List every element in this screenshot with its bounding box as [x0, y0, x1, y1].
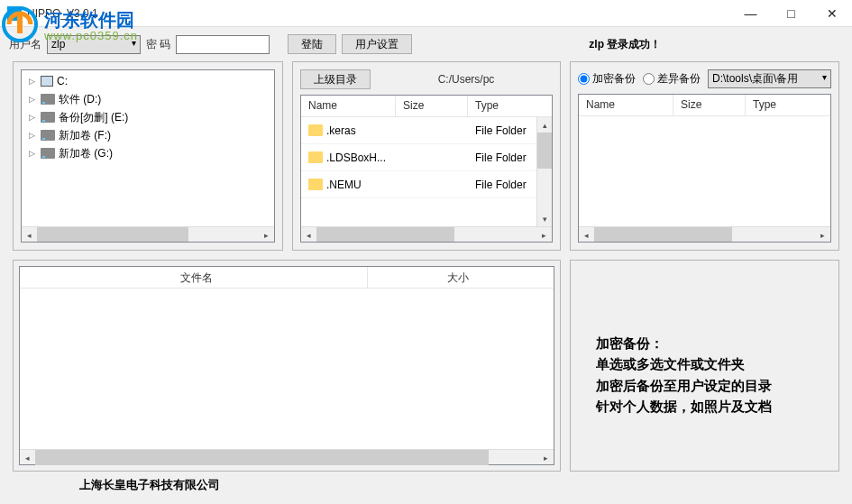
expand-icon[interactable]: ▷: [27, 113, 37, 123]
dest-path-value: D:\tools\桌面\备用: [712, 71, 798, 87]
current-path: C:/Users/pc: [380, 73, 553, 86]
expand-icon[interactable]: ▷: [27, 77, 37, 87]
col-filename[interactable]: 文件名: [25, 267, 368, 288]
scroll-right-icon[interactable]: ▸: [536, 227, 552, 243]
scroll-down-icon[interactable]: ▾: [537, 211, 552, 226]
list-item[interactable]: .keras File Folder: [301, 117, 552, 144]
scroll-left-icon[interactable]: ◂: [22, 227, 37, 243]
scroll-thumb[interactable]: [594, 227, 732, 243]
minimize-button[interactable]: —: [730, 0, 771, 26]
col-size[interactable]: Size: [396, 96, 468, 116]
scroll-thumb[interactable]: [35, 450, 489, 465]
scroll-right-icon[interactable]: ▸: [815, 227, 830, 243]
queue-panel: 文件名 大小 ◂ ▸: [13, 260, 561, 472]
scroll-left-icon[interactable]: ◂: [579, 227, 594, 243]
login-status: zlp 登录成功！: [589, 37, 661, 52]
file-browser-panel: 上级目录 C:/Users/pc Name Size Type .keras F…: [292, 61, 561, 251]
expand-icon[interactable]: ▷: [27, 95, 37, 105]
drive-icon: [41, 130, 55, 141]
tree-item-g[interactable]: ▷ 新加卷 (G:): [23, 144, 272, 162]
password-input[interactable]: [176, 35, 270, 54]
computer-icon: [41, 76, 53, 87]
backup-file-list[interactable]: Name Size Type ◂ ▸: [578, 94, 831, 243]
expand-icon[interactable]: ▷: [27, 131, 37, 141]
col-name[interactable]: Name: [301, 96, 396, 116]
scroll-thumb[interactable]: [537, 133, 553, 169]
info-panel: 加密备份： 单选或多选文件或文件夹 加密后备份至用户设定的目录 针对个人数据，如…: [570, 260, 839, 472]
login-toolbar: 用户名 zlp 密 码 登陆 用户设置 zlp 登录成功！: [0, 27, 852, 61]
col-size[interactable]: 大小: [368, 267, 548, 288]
queue-list[interactable]: 文件名 大小 ◂ ▸: [19, 266, 554, 465]
file-list[interactable]: Name Size Type .keras File Folder .LDSBo…: [300, 95, 553, 243]
username-value: zlp: [51, 38, 65, 50]
tree-item-e[interactable]: ▷ 备份[勿删] (E:): [23, 108, 272, 126]
dest-path-combo[interactable]: D:\tools\桌面\备用: [708, 69, 831, 88]
tree-item-label: 新加卷 (F:): [59, 128, 111, 143]
folder-icon: [308, 179, 323, 190]
scroll-thumb[interactable]: [37, 227, 188, 243]
drive-tree[interactable]: ▷ C: ▷ 软件 (D:) ▷ 备份[勿删] (E:) ▷ 新: [21, 69, 275, 243]
tree-item-f[interactable]: ▷ 新加卷 (F:): [23, 126, 272, 144]
info-text: 加密备份： 单选或多选文件或文件夹 加密后备份至用户设定的目录 针对个人数据，如…: [596, 333, 820, 417]
username-combo[interactable]: zlp: [47, 35, 141, 54]
parent-dir-button[interactable]: 上级目录: [300, 69, 371, 89]
app-icon: [7, 6, 22, 21]
scroll-up-icon[interactable]: ▴: [537, 117, 552, 133]
col-name[interactable]: Name: [579, 95, 673, 115]
mode-encrypt-radio[interactable]: 加密备份: [578, 71, 636, 87]
folder-icon: [308, 151, 323, 163]
expand-icon[interactable]: ▷: [27, 149, 37, 159]
drive-icon: [41, 148, 55, 159]
col-type[interactable]: Type: [746, 95, 830, 115]
tree-item-c[interactable]: ▷ C:: [23, 72, 272, 90]
drive-tree-panel: ▷ C: ▷ 软件 (D:) ▷ 备份[勿删] (E:) ▷ 新: [13, 61, 283, 251]
scroll-right-icon[interactable]: ▸: [259, 227, 274, 243]
username-label: 用户名: [9, 37, 41, 52]
drive-icon: [41, 112, 55, 123]
backup-panel: 加密备份 差异备份 D:\tools\桌面\备用 Name Size Type: [570, 61, 839, 251]
window-titlebar: HIPPO_V3.0.1 — □ ✕: [0, 0, 852, 27]
drive-icon: [41, 94, 55, 105]
scroll-left-icon[interactable]: ◂: [20, 450, 35, 465]
user-settings-button[interactable]: 用户设置: [342, 34, 412, 54]
scroll-left-icon[interactable]: ◂: [301, 227, 316, 243]
mode-diff-radio[interactable]: 差异备份: [643, 71, 701, 87]
tree-item-label: 备份[勿删] (E:): [59, 110, 128, 125]
scroll-right-icon[interactable]: ▸: [538, 450, 554, 465]
window-title: HIPPO_V3.0.1: [27, 7, 730, 20]
folder-icon: [308, 124, 323, 136]
close-button[interactable]: ✕: [811, 0, 852, 26]
scroll-thumb[interactable]: [316, 227, 454, 243]
tree-item-d[interactable]: ▷ 软件 (D:): [23, 90, 272, 108]
list-item[interactable]: .NEMU File Folder: [301, 171, 552, 198]
maximize-button[interactable]: □: [771, 0, 811, 26]
login-button[interactable]: 登陆: [288, 34, 336, 54]
tree-item-label: C:: [57, 75, 68, 87]
col-size[interactable]: Size: [673, 95, 746, 115]
col-type[interactable]: Type: [468, 96, 552, 116]
tree-item-label: 软件 (D:): [59, 92, 101, 107]
footer-company: 上海长皇电子科技有限公司: [0, 472, 852, 493]
password-label: 密 码: [146, 37, 170, 52]
list-item[interactable]: .LDSBoxH... File Folder: [301, 144, 552, 171]
tree-item-label: 新加卷 (G:): [59, 146, 113, 161]
